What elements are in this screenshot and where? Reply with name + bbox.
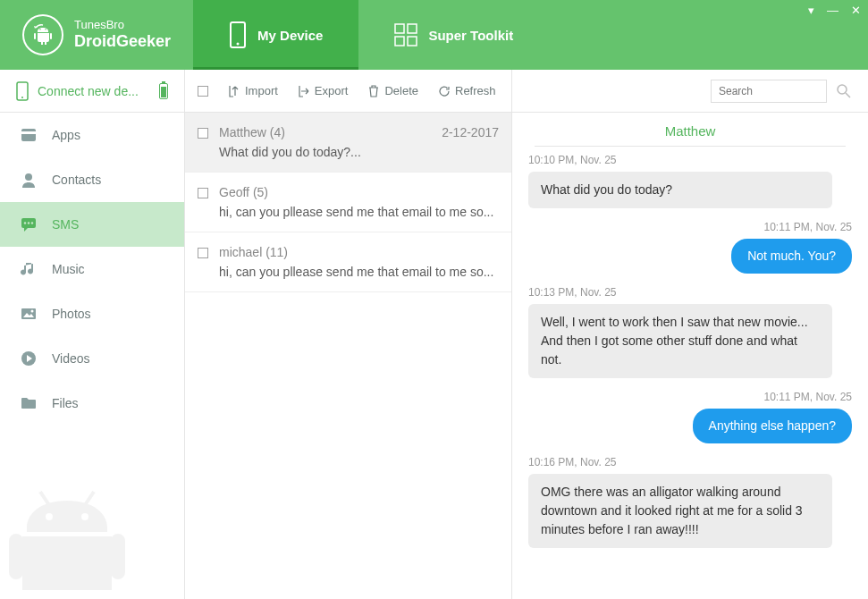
chat-title: Matthew bbox=[512, 113, 868, 146]
brand-bottom: DroidGeeker bbox=[74, 32, 171, 52]
message-bubble-in: Well, I went to work then I saw that new… bbox=[528, 304, 832, 378]
message-bubble-in: OMG there was an alligator walking aroun… bbox=[528, 474, 832, 548]
videos-icon bbox=[20, 350, 38, 367]
sidebar-item-files[interactable]: Files bbox=[0, 381, 184, 426]
conversation-item[interactable]: Geoff (5) hi, can you pllease send me th… bbox=[185, 173, 511, 232]
svg-rect-5 bbox=[395, 37, 404, 46]
conversation-name: michael (11) bbox=[219, 245, 288, 259]
conversation-preview: hi, can you pllease send me that email t… bbox=[219, 205, 499, 219]
refresh-button[interactable]: Refresh bbox=[438, 84, 496, 97]
svg-point-13 bbox=[28, 222, 29, 224]
conversation-checkbox[interactable] bbox=[198, 248, 208, 258]
conversation-name: Matthew (4) bbox=[219, 125, 285, 139]
conversation-preview: hi, can you pllease send me that email t… bbox=[219, 265, 499, 279]
sidebar-item-label: Photos bbox=[52, 307, 91, 321]
sidebar-item-contacts[interactable]: Contacts bbox=[0, 157, 184, 202]
svg-rect-15 bbox=[21, 308, 36, 319]
toolbar-label: Export bbox=[315, 84, 349, 97]
import-icon bbox=[228, 85, 240, 97]
brand-top: TunesBro bbox=[74, 18, 171, 32]
tab-label: My Device bbox=[257, 28, 323, 43]
logo-section: TunesBro DroidGeeker bbox=[0, 0, 193, 70]
android-logo-icon bbox=[22, 14, 63, 55]
app-header: TunesBro DroidGeeker My Device Super Too… bbox=[0, 0, 868, 70]
conversation-preview: What did you do today?... bbox=[219, 145, 499, 159]
close-icon[interactable]: ✕ bbox=[851, 4, 861, 17]
tab-label: Super Toolkit bbox=[428, 28, 513, 43]
message-time: 10:10 PM, Nov. 25 bbox=[528, 154, 852, 166]
sidebar-item-sms[interactable]: SMS bbox=[0, 202, 184, 247]
export-button[interactable]: Export bbox=[298, 84, 349, 97]
svg-point-14 bbox=[31, 222, 33, 224]
search-input[interactable] bbox=[711, 80, 827, 103]
conversation-name: Geoff (5) bbox=[219, 185, 268, 199]
conversation-date: 2-12-2017 bbox=[442, 125, 499, 139]
svg-marker-11 bbox=[24, 227, 29, 232]
svg-rect-4 bbox=[408, 24, 417, 33]
conversation-list: Matthew (4) 2-12-2017 What did you do to… bbox=[185, 113, 511, 599]
sidebar-item-apps[interactable]: Apps bbox=[0, 113, 184, 157]
phone-icon bbox=[229, 21, 247, 48]
svg-line-22 bbox=[40, 492, 49, 505]
sms-icon bbox=[20, 216, 38, 232]
svg-point-24 bbox=[838, 85, 847, 94]
sidebar-item-music[interactable]: Music bbox=[0, 247, 184, 291]
conversation-item[interactable]: michael (11) hi, can you pllease send me… bbox=[185, 232, 511, 292]
select-all-checkbox[interactable] bbox=[198, 86, 208, 97]
svg-point-20 bbox=[46, 513, 53, 520]
export-icon bbox=[298, 85, 310, 97]
connect-label: Connect new de... bbox=[38, 84, 139, 98]
connect-device-button[interactable]: Connect new de... bbox=[0, 70, 184, 113]
refresh-icon bbox=[438, 85, 451, 97]
phone-small-icon bbox=[16, 81, 29, 101]
message-bubble-in: What did you do today? bbox=[528, 172, 832, 208]
toolbar-label: Import bbox=[245, 84, 278, 97]
svg-rect-3 bbox=[395, 24, 404, 33]
tab-super-toolkit[interactable]: Super Toolkit bbox=[358, 0, 549, 70]
sidebar-item-label: Music bbox=[52, 262, 85, 276]
sidebar-item-photos[interactable]: Photos bbox=[0, 291, 184, 336]
contacts-icon bbox=[20, 172, 38, 188]
message-bubble-out: Anything else happen? bbox=[693, 409, 852, 443]
sidebar-item-videos[interactable]: Videos bbox=[0, 336, 184, 381]
svg-point-21 bbox=[81, 513, 88, 520]
conversation-item[interactable]: Matthew (4) 2-12-2017 What did you do to… bbox=[185, 113, 511, 173]
sidebar-item-label: Contacts bbox=[52, 173, 101, 187]
sidebar-item-label: SMS bbox=[52, 217, 79, 232]
toolbar-label: Refresh bbox=[455, 84, 496, 97]
delete-icon bbox=[367, 85, 380, 97]
toolbar: Import Export Delete Refresh bbox=[185, 70, 511, 113]
svg-point-2 bbox=[237, 43, 240, 46]
svg-point-9 bbox=[25, 173, 32, 181]
window-controls: ▾ — ✕ bbox=[808, 4, 861, 17]
message-bubble-out: Not much. You? bbox=[731, 239, 852, 274]
tab-my-device[interactable]: My Device bbox=[193, 0, 358, 70]
message-time: 10:13 PM, Nov. 25 bbox=[528, 286, 852, 299]
files-icon bbox=[20, 395, 38, 411]
sidebar: Connect new de... Apps Contacts SMS Musi… bbox=[0, 70, 185, 599]
apps-icon bbox=[20, 127, 38, 143]
svg-point-12 bbox=[24, 222, 26, 224]
svg-line-23 bbox=[85, 492, 94, 505]
toolbar-label: Delete bbox=[384, 84, 418, 97]
svg-line-25 bbox=[846, 93, 850, 97]
menu-icon[interactable]: ▾ bbox=[808, 4, 814, 17]
svg-point-17 bbox=[31, 310, 34, 313]
sidebar-item-label: Files bbox=[52, 396, 79, 410]
import-button[interactable]: Import bbox=[228, 84, 278, 97]
divider bbox=[535, 146, 846, 147]
battery-icon bbox=[159, 83, 168, 99]
conversation-checkbox[interactable] bbox=[198, 188, 208, 198]
conversation-checkbox[interactable] bbox=[198, 128, 208, 139]
music-icon bbox=[20, 261, 38, 277]
search-icon[interactable] bbox=[836, 83, 852, 99]
svg-point-8 bbox=[21, 97, 23, 98]
logo-text: TunesBro DroidGeeker bbox=[74, 18, 171, 51]
delete-button[interactable]: Delete bbox=[367, 84, 418, 97]
minimize-icon[interactable]: — bbox=[827, 4, 839, 17]
chat-panel: Matthew 10:10 PM, Nov. 25 What did you d… bbox=[512, 70, 868, 599]
message-time: 10:11 PM, Nov. 25 bbox=[528, 391, 852, 403]
sidebar-item-label: Videos bbox=[52, 351, 90, 366]
android-watermark-icon bbox=[0, 483, 134, 599]
search-bar bbox=[512, 70, 868, 113]
